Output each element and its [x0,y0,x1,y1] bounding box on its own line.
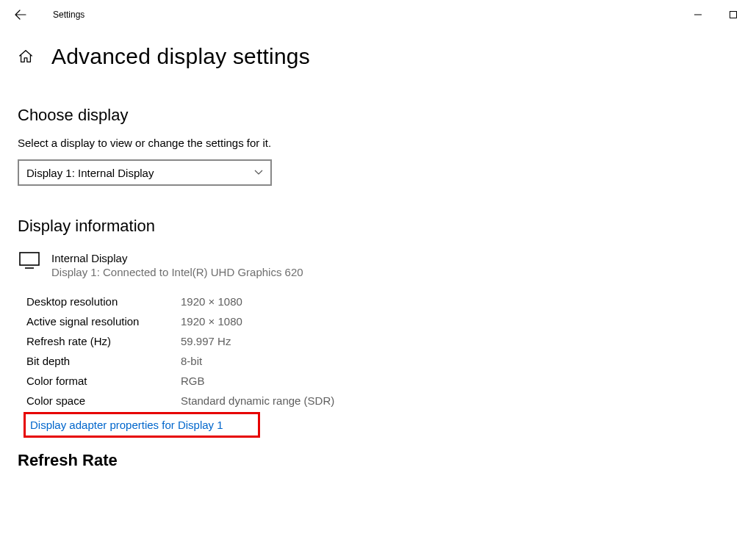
display-header: Internal Display Display 1: Connected to… [19,252,738,278]
row-value: 1920 × 1080 [181,315,242,328]
display-select[interactable]: Display 1: Internal Display [18,159,272,186]
table-row: Color format RGB [26,371,738,391]
table-row: Color space Standard dynamic range (SDR) [26,391,738,411]
table-row: Bit depth 8-bit [26,351,738,371]
monitor-icon [19,252,40,270]
content: Choose display Select a display to view … [0,106,756,470]
maximize-icon [730,11,737,18]
choose-display-helper: Select a display to view or change the s… [18,137,738,149]
info-table: Desktop resolution 1920 × 1080 Active si… [26,292,738,411]
row-label: Desktop resolution [26,295,181,308]
svg-rect-2 [20,253,39,265]
minimize-button[interactable] [681,3,715,26]
home-button[interactable] [18,48,34,65]
page-title: Advanced display settings [51,44,310,69]
home-icon [18,48,34,65]
display-adapter-link[interactable]: Display adapter properties for Display 1 [30,417,223,433]
row-value: 59.997 Hz [181,335,231,347]
row-value: 1920 × 1080 [181,295,242,308]
row-value: Standard dynamic range (SDR) [181,394,334,407]
display-subtext: Display 1: Connected to Intel(R) UHD Gra… [51,266,303,278]
display-select-value: Display 1: Internal Display [26,167,154,179]
refresh-rate-heading: Refresh Rate [18,451,738,470]
table-row: Active signal resolution 1920 × 1080 [26,311,738,331]
window-title: Settings [53,10,84,20]
header-row: Advanced display settings [0,29,756,75]
arrow-left-icon [15,9,26,21]
row-label: Active signal resolution [26,315,181,328]
table-row: Desktop resolution 1920 × 1080 [26,292,738,311]
window-controls [681,3,750,26]
display-info-heading: Display information [18,217,738,236]
display-name: Internal Display [51,252,303,264]
row-label: Bit depth [26,355,181,367]
row-value: 8-bit [181,355,202,367]
chevron-down-icon [254,167,263,178]
highlight-box: Display adapter properties for Display 1 [24,412,260,438]
row-value: RGB [181,375,205,387]
back-button[interactable] [6,0,35,29]
row-label: Color space [26,394,181,407]
svg-rect-1 [730,12,737,18]
titlebar: Settings [0,0,756,29]
row-label: Refresh rate (Hz) [26,335,181,347]
table-row: Refresh rate (Hz) 59.997 Hz [26,331,738,351]
maximize-button[interactable] [716,3,750,26]
minimize-icon [694,11,702,18]
row-label: Color format [26,375,181,387]
choose-display-heading: Choose display [18,106,738,125]
